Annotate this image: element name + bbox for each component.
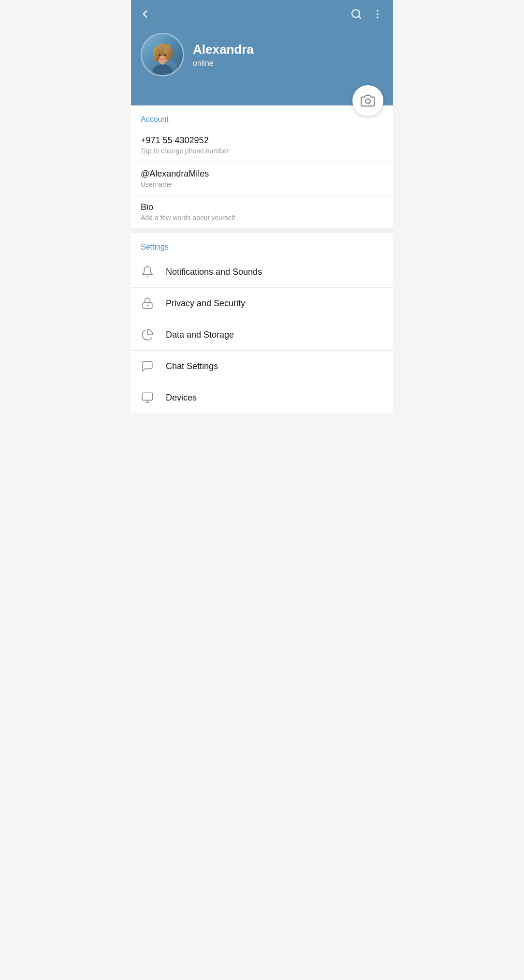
account-section-label: Account — [131, 105, 393, 129]
back-button[interactable] — [139, 8, 151, 23]
pie-chart-icon — [141, 328, 154, 342]
svg-line-1 — [359, 16, 361, 18]
camera-fab-button[interactable] — [352, 85, 383, 116]
devices-item[interactable]: Devices — [131, 382, 393, 413]
svg-point-15 — [365, 99, 370, 104]
search-button[interactable] — [350, 8, 362, 23]
profile-info: Alexandra online — [193, 42, 383, 68]
profile-header: Alexandra online — [131, 0, 393, 105]
settings-section-label: Settings — [131, 233, 393, 256]
username-label: Username — [141, 180, 383, 188]
svg-point-4 — [377, 16, 378, 18]
svg-point-14 — [164, 54, 166, 56]
bio-hint: Add a few words about yourself — [141, 214, 383, 222]
svg-point-13 — [159, 54, 161, 56]
svg-point-2 — [377, 10, 378, 12]
phone-number-value: +971 55 4302952 — [141, 135, 383, 146]
profile-name: Alexandra — [193, 42, 383, 57]
lock-icon — [141, 297, 154, 310]
svg-rect-18 — [142, 393, 153, 400]
privacy-label: Privacy and Security — [166, 298, 245, 309]
privacy-item[interactable]: Privacy and Security — [131, 288, 393, 319]
data-storage-label: Data and Storage — [166, 330, 234, 340]
message-square-icon — [141, 359, 154, 373]
monitor-icon — [141, 391, 154, 404]
notifications-label: Notifications and Sounds — [166, 267, 262, 277]
svg-point-17 — [146, 305, 148, 306]
settings-section: Settings Notifications and Sounds Privac… — [131, 233, 393, 413]
phone-number-item[interactable]: +971 55 4302952 Tap to change phone numb… — [131, 129, 393, 162]
svg-point-12 — [153, 47, 160, 61]
svg-point-3 — [377, 13, 378, 15]
chat-settings-label: Chat Settings — [166, 361, 218, 371]
top-bar — [131, 0, 393, 28]
profile-section: Alexandra online — [131, 28, 393, 105]
devices-label: Devices — [166, 393, 197, 403]
username-item[interactable]: @AlexandraMiles Username — [131, 162, 393, 195]
username-value: @AlexandraMiles — [141, 169, 383, 179]
avatar[interactable] — [141, 33, 184, 76]
chat-settings-item[interactable]: Chat Settings — [131, 351, 393, 382]
bio-item[interactable]: Bio Add a few words about yourself — [131, 195, 393, 228]
bell-icon — [141, 265, 154, 279]
notifications-item[interactable]: Notifications and Sounds — [131, 256, 393, 288]
phone-number-hint: Tap to change phone number — [141, 147, 383, 155]
data-storage-item[interactable]: Data and Storage — [131, 319, 393, 351]
profile-status: online — [193, 59, 383, 68]
more-menu-button[interactable] — [372, 8, 383, 23]
svg-point-11 — [164, 45, 173, 61]
section-divider — [131, 228, 393, 233]
account-section: Account +971 55 4302952 Tap to change ph… — [131, 105, 393, 228]
header-actions — [350, 8, 383, 23]
bio-label: Bio — [141, 202, 383, 212]
